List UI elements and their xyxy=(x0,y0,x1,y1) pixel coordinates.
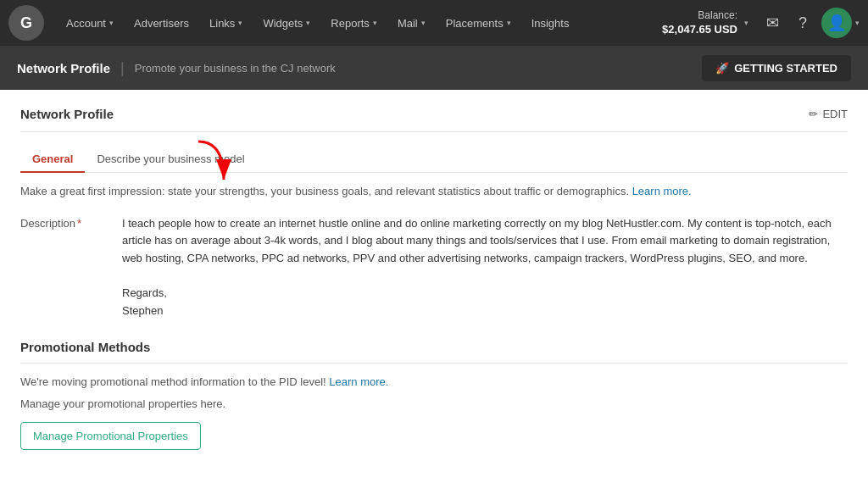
required-marker: * xyxy=(77,217,81,230)
signature-line2: Stephen xyxy=(122,303,848,320)
chevron-down-icon: ▾ xyxy=(109,19,114,27)
user-avatar[interactable]: 👤 xyxy=(821,8,852,38)
promo-learn-more-link[interactable]: Learn more. xyxy=(329,375,388,388)
subheader-separator: | xyxy=(120,59,125,77)
tabs: General Describe your business model xyxy=(20,146,848,173)
chevron-down-icon: ▾ xyxy=(373,19,377,27)
balance-display: Balance: $2,047.65 USD xyxy=(662,8,737,38)
description-row: Description * I teach people how to crea… xyxy=(20,215,848,268)
chevron-down-icon: ▾ xyxy=(507,19,511,27)
chevron-down-icon: ▾ xyxy=(306,19,310,27)
nav-reports[interactable]: Reports ▾ xyxy=(320,0,387,46)
subheader-left: Network Profile | Promote your business … xyxy=(17,59,336,77)
nav-links[interactable]: Links ▾ xyxy=(199,0,253,46)
main-content: Network Profile ✏ EDIT General Describe … xyxy=(0,90,868,467)
network-profile-header: Network Profile ✏ EDIT xyxy=(20,107,848,132)
promo-info: We're moving promotional method informat… xyxy=(20,374,848,391)
chevron-down-icon: ▾ xyxy=(238,19,242,27)
signature-line1: Regards, xyxy=(122,285,848,303)
logo[interactable]: G xyxy=(8,5,44,41)
description-hint: Make a great first impression: state you… xyxy=(20,183,848,200)
nav-mail[interactable]: Mail ▾ xyxy=(387,0,436,46)
subheader-subtitle: Promote your business in the CJ network xyxy=(135,62,336,75)
promotional-methods-section: Promotional Methods We're moving promoti… xyxy=(20,340,848,450)
learn-more-link[interactable]: Learn more. xyxy=(632,185,692,197)
description-label: Description * xyxy=(20,215,122,268)
chevron-down-icon: ▾ xyxy=(421,19,426,27)
nav-placements[interactable]: Placements ▾ xyxy=(436,0,521,46)
balance-chevron-icon: ▾ xyxy=(744,19,748,27)
network-profile-title: Network Profile xyxy=(20,107,114,121)
signature: Regards, Stephen xyxy=(122,285,848,320)
tab-business-model[interactable]: Describe your business model xyxy=(85,146,256,172)
getting-started-button[interactable]: 🚀 GETTING STARTED xyxy=(702,55,851,81)
tab-general[interactable]: General xyxy=(20,146,85,172)
help-icon-button[interactable]: ? xyxy=(787,8,818,38)
subheader: Network Profile | Promote your business … xyxy=(0,46,868,90)
manage-promotional-properties-button[interactable]: Manage Promotional Properties xyxy=(20,422,201,450)
navbar: G Account ▾ Advertisers Links ▾ Widgets … xyxy=(0,0,868,46)
mail-icon-button[interactable]: ✉ xyxy=(757,8,787,38)
edit-button[interactable]: ✏ EDIT xyxy=(809,108,848,120)
nav-advertisers[interactable]: Advertisers xyxy=(124,0,199,46)
promo-manage-text: Manage your promotional properties here. xyxy=(20,397,848,410)
rocket-icon: 🚀 xyxy=(715,62,729,75)
nav-widgets[interactable]: Widgets ▾ xyxy=(253,0,320,46)
promo-title: Promotional Methods xyxy=(20,340,848,364)
user-chevron-icon: ▾ xyxy=(855,19,860,27)
pencil-icon: ✏ xyxy=(809,108,818,120)
nav-account[interactable]: Account ▾ xyxy=(56,0,124,46)
description-value: I teach people how to create an internet… xyxy=(122,215,848,268)
subheader-title: Network Profile xyxy=(17,61,110,75)
nav-insights[interactable]: Insights xyxy=(521,0,580,46)
